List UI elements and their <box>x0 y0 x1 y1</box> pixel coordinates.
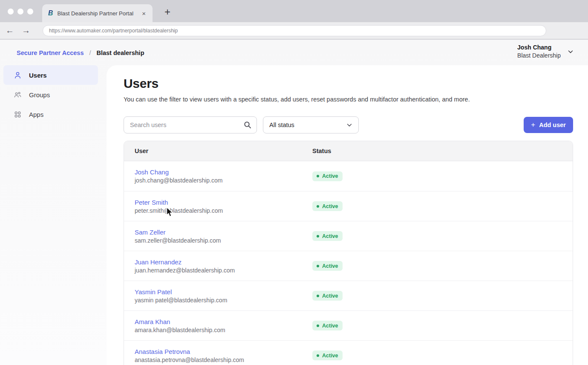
page-content: Secure Partner Access / Blast dealership… <box>0 40 588 365</box>
window-control-dot[interactable] <box>17 9 23 14</box>
chevron-down-icon <box>346 122 352 128</box>
plus-icon: + <box>531 121 535 129</box>
browser-tab[interactable]: B Blast Dealership Partner Portal × <box>42 4 153 22</box>
mouse-cursor <box>166 207 173 217</box>
status-badge: Active <box>312 171 343 181</box>
page-title: Users <box>124 76 573 91</box>
window-control-dot[interactable] <box>8 9 14 14</box>
page-description: You can use the filter to view users wit… <box>124 96 573 103</box>
user-cell: Sam Zellersam.zeller@blastdealership.com <box>124 229 312 244</box>
browser-window: B Blast Dealership Partner Portal × + ← … <box>0 0 588 365</box>
user-email: peter.smith@blastdealership.com <box>135 207 312 214</box>
add-user-label: Add user <box>539 122 566 128</box>
user-email: amara.khan@blastdealership.com <box>135 327 312 333</box>
status-dot-icon <box>317 235 319 238</box>
user-name-link[interactable]: Juan Hernandez <box>135 258 312 266</box>
user-email: juan.hernandez@blastdealership.com <box>135 267 312 274</box>
chevron-down-icon <box>568 49 574 55</box>
status-badge: Active <box>312 321 343 330</box>
status-cell: Active <box>312 261 573 271</box>
column-header-status: Status <box>312 148 573 154</box>
table-row: Amara Khanamara.khan@blastdealership.com… <box>124 310 573 340</box>
account-menu[interactable]: Josh Chang Blast Dealership <box>517 44 574 59</box>
table-row: Juan Hernandezjuan.hernandez@blastdealer… <box>124 251 573 281</box>
user-email: anastasia.petrovna@blastdealership.com <box>135 356 312 363</box>
user-cell: Juan Hernandezjuan.hernandez@blastdealer… <box>124 258 312 274</box>
user-name-link[interactable]: Yasmin Patel <box>135 288 312 295</box>
status-text: Active <box>322 203 338 209</box>
sidebar: Users Groups Apps <box>0 65 107 365</box>
sidebar-item-apps[interactable]: Apps <box>3 104 98 124</box>
user-email: josh.chang@blastdealership.com <box>135 177 312 184</box>
table-row: Sam Zellersam.zeller@blastdealership.com… <box>124 221 573 251</box>
new-tab-button[interactable]: + <box>161 6 174 18</box>
site-favicon-icon: B <box>48 9 53 17</box>
tab-strip: B Blast Dealership Partner Portal × + <box>0 0 588 22</box>
groups-icon <box>14 91 22 99</box>
user-cell: Amara Khanamara.khan@blastdealership.com <box>124 318 312 333</box>
tab-close-icon[interactable]: × <box>141 10 147 17</box>
search-box <box>124 116 257 133</box>
page-header: Secure Partner Access / Blast dealership… <box>0 40 588 65</box>
address-bar[interactable]: https://www.automaker.com/partnerportal/… <box>43 25 546 36</box>
status-text: Active <box>322 263 338 269</box>
breadcrumb: Secure Partner Access / Blast dealership <box>17 49 144 56</box>
user-name-link[interactable]: Josh Chang <box>135 168 312 176</box>
table-row: Josh Changjosh.chang@blastdealership.com… <box>124 161 573 191</box>
status-cell: Active <box>312 201 573 211</box>
status-cell: Active <box>312 291 573 301</box>
status-dot-icon <box>317 354 319 357</box>
apps-grid-icon <box>14 110 22 119</box>
table-row: Anastasia Petrovnaanastasia.petrovna@bla… <box>124 340 573 365</box>
status-badge: Active <box>312 201 343 211</box>
user-cell: Josh Changjosh.chang@blastdealership.com <box>124 168 312 184</box>
status-text: Active <box>322 323 338 329</box>
status-cell: Active <box>312 351 573 360</box>
status-dot-icon <box>317 295 319 297</box>
status-text: Active <box>322 353 338 359</box>
user-name-link[interactable]: Peter Smith <box>135 199 312 206</box>
account-name: Josh Chang <box>517 44 561 51</box>
status-badge: Active <box>312 231 343 241</box>
status-badge: Active <box>312 351 343 360</box>
tab-title: Blast Dealership Partner Portal <box>58 10 137 17</box>
users-table: User Status Josh Changjosh.chang@blastde… <box>124 141 573 365</box>
status-filter-value: All status <box>269 122 294 128</box>
user-name-link[interactable]: Amara Khan <box>135 318 312 325</box>
status-dot-icon <box>317 324 319 327</box>
status-badge: Active <box>312 261 343 271</box>
status-cell: Active <box>312 321 573 330</box>
user-icon <box>14 71 22 79</box>
status-dot-icon <box>317 265 319 267</box>
sidebar-item-label: Apps <box>29 111 43 118</box>
user-name-link[interactable]: Anastasia Petrovna <box>135 348 312 355</box>
column-header-user: User <box>124 148 312 154</box>
status-text: Active <box>322 293 338 299</box>
user-cell: Yasmin Patelyasmin patel@blastdealership… <box>124 288 312 304</box>
table-row: Yasmin Patelyasmin patel@blastdealership… <box>124 281 573 310</box>
table-header: User Status <box>124 141 573 161</box>
status-badge: Active <box>312 291 343 301</box>
add-user-button[interactable]: + Add user <box>524 117 573 133</box>
status-cell: Active <box>312 231 573 241</box>
status-text: Active <box>322 173 338 179</box>
back-button[interactable]: ← <box>3 26 16 35</box>
user-name-link[interactable]: Sam Zeller <box>135 229 312 236</box>
forward-button[interactable]: → <box>20 26 32 35</box>
status-dot-icon <box>317 205 319 208</box>
account-org: Blast Dealership <box>517 52 561 59</box>
main-panel: Users You can use the filter to view use… <box>107 65 588 365</box>
user-cell: Anastasia Petrovnaanastasia.petrovna@bla… <box>124 348 312 363</box>
sidebar-item-groups[interactable]: Groups <box>3 85 98 104</box>
status-dot-icon <box>317 175 319 177</box>
account-info: Josh Chang Blast Dealership <box>517 44 561 59</box>
search-input[interactable] <box>124 116 257 133</box>
url-text: https://www.automaker.com/partnerportal/… <box>49 28 178 34</box>
user-email: sam.zeller@blastdealership.com <box>135 237 312 244</box>
table-row: Peter Smithpeter.smith@blastdealership.c… <box>124 191 573 221</box>
breadcrumb-parent-link[interactable]: Secure Partner Access <box>17 49 84 56</box>
window-control-dot[interactable] <box>27 9 33 14</box>
status-filter-dropdown[interactable]: All status <box>263 116 359 133</box>
sidebar-item-users[interactable]: Users <box>3 65 98 85</box>
status-cell: Active <box>312 171 573 181</box>
